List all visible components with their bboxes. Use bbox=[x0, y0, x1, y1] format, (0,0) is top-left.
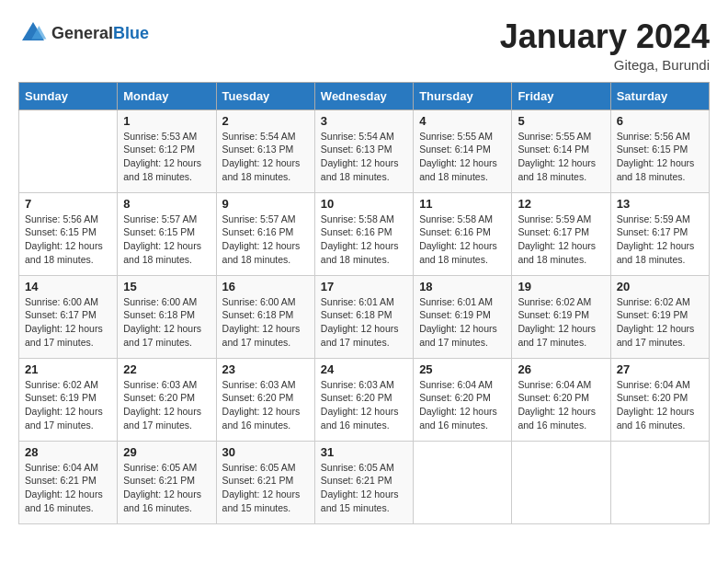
calendar-cell: 13Sunrise: 5:59 AMSunset: 6:17 PMDayligh… bbox=[610, 192, 709, 275]
calendar-cell: 7Sunrise: 5:56 AMSunset: 6:15 PMDaylight… bbox=[19, 192, 118, 275]
day-number: 20 bbox=[617, 280, 703, 293]
calendar-header-tuesday: Tuesday bbox=[216, 82, 314, 109]
day-detail: Sunrise: 5:59 AMSunset: 6:17 PMDaylight:… bbox=[617, 213, 703, 267]
day-detail: Sunrise: 5:56 AMSunset: 6:15 PMDaylight:… bbox=[617, 130, 703, 184]
day-detail: Sunrise: 6:04 AMSunset: 6:20 PMDaylight:… bbox=[419, 378, 506, 432]
calendar-cell: 14Sunrise: 6:00 AMSunset: 6:17 PMDayligh… bbox=[19, 275, 118, 358]
day-detail: Sunrise: 6:02 AMSunset: 6:19 PMDaylight:… bbox=[617, 295, 703, 350]
day-number: 21 bbox=[25, 362, 111, 376]
day-detail: Sunrise: 5:57 AMSunset: 6:15 PMDaylight:… bbox=[123, 213, 210, 267]
day-number: 29 bbox=[123, 445, 210, 459]
logo-text-general: General bbox=[51, 24, 113, 42]
calendar-cell: 11Sunrise: 5:58 AMSunset: 6:16 PMDayligh… bbox=[414, 192, 512, 275]
day-number: 27 bbox=[617, 362, 703, 376]
page-header: GeneralBlue January 2024 Gitega, Burundi bbox=[18, 18, 710, 73]
calendar-cell: 24Sunrise: 6:03 AMSunset: 6:20 PMDayligh… bbox=[314, 358, 413, 441]
day-number: 28 bbox=[25, 445, 111, 459]
calendar-cell: 27Sunrise: 6:04 AMSunset: 6:20 PMDayligh… bbox=[610, 358, 709, 441]
calendar-cell: 30Sunrise: 6:05 AMSunset: 6:21 PMDayligh… bbox=[216, 441, 314, 523]
calendar-header-wednesday: Wednesday bbox=[314, 82, 413, 109]
calendar-header-thursday: Thursday bbox=[414, 82, 512, 109]
day-detail: Sunrise: 6:05 AMSunset: 6:21 PMDaylight:… bbox=[222, 461, 309, 515]
calendar-cell: 17Sunrise: 6:01 AMSunset: 6:18 PMDayligh… bbox=[314, 275, 413, 358]
day-detail: Sunrise: 6:03 AMSunset: 6:20 PMDaylight:… bbox=[123, 378, 210, 432]
day-detail: Sunrise: 5:58 AMSunset: 6:16 PMDaylight:… bbox=[321, 213, 407, 267]
day-detail: Sunrise: 6:01 AMSunset: 6:19 PMDaylight:… bbox=[419, 295, 506, 350]
day-number: 22 bbox=[123, 362, 210, 376]
calendar-week-row: 7Sunrise: 5:56 AMSunset: 6:15 PMDaylight… bbox=[19, 192, 710, 275]
day-detail: Sunrise: 6:04 AMSunset: 6:20 PMDaylight:… bbox=[617, 378, 703, 432]
day-detail: Sunrise: 6:05 AMSunset: 6:21 PMDaylight:… bbox=[123, 461, 210, 515]
calendar-cell: 12Sunrise: 5:59 AMSunset: 6:17 PMDayligh… bbox=[512, 192, 610, 275]
calendar-cell bbox=[19, 109, 118, 192]
calendar-week-row: 1Sunrise: 5:53 AMSunset: 6:12 PMDaylight… bbox=[19, 109, 710, 192]
calendar-cell: 21Sunrise: 6:02 AMSunset: 6:19 PMDayligh… bbox=[19, 358, 118, 441]
day-detail: Sunrise: 6:01 AMSunset: 6:18 PMDaylight:… bbox=[321, 295, 407, 350]
day-detail: Sunrise: 5:57 AMSunset: 6:16 PMDaylight:… bbox=[222, 213, 309, 267]
day-detail: Sunrise: 6:04 AMSunset: 6:20 PMDaylight:… bbox=[518, 378, 604, 432]
day-number: 14 bbox=[25, 280, 111, 293]
day-number: 7 bbox=[25, 197, 111, 211]
calendar-cell: 10Sunrise: 5:58 AMSunset: 6:16 PMDayligh… bbox=[314, 192, 413, 275]
calendar-cell: 6Sunrise: 5:56 AMSunset: 6:15 PMDaylight… bbox=[610, 109, 709, 192]
calendar-week-row: 14Sunrise: 6:00 AMSunset: 6:17 PMDayligh… bbox=[19, 275, 710, 358]
day-detail: Sunrise: 6:00 AMSunset: 6:17 PMDaylight:… bbox=[25, 295, 111, 350]
calendar-header-friday: Friday bbox=[512, 82, 610, 109]
day-number: 6 bbox=[617, 114, 703, 128]
calendar-cell: 22Sunrise: 6:03 AMSunset: 6:20 PMDayligh… bbox=[118, 358, 216, 441]
calendar-cell: 28Sunrise: 6:04 AMSunset: 6:21 PMDayligh… bbox=[19, 441, 118, 523]
day-number: 5 bbox=[518, 114, 604, 128]
calendar-cell bbox=[414, 441, 512, 523]
day-detail: Sunrise: 5:55 AMSunset: 6:14 PMDaylight:… bbox=[518, 130, 604, 184]
day-number: 18 bbox=[419, 280, 506, 293]
day-number: 10 bbox=[321, 197, 407, 211]
day-number: 1 bbox=[123, 114, 210, 128]
calendar-cell: 5Sunrise: 5:55 AMSunset: 6:14 PMDaylight… bbox=[512, 109, 610, 192]
calendar-header-saturday: Saturday bbox=[610, 82, 709, 109]
day-detail: Sunrise: 6:03 AMSunset: 6:20 PMDaylight:… bbox=[222, 378, 309, 432]
logo: GeneralBlue bbox=[18, 18, 149, 48]
day-detail: Sunrise: 5:55 AMSunset: 6:14 PMDaylight:… bbox=[419, 130, 506, 184]
day-number: 9 bbox=[222, 197, 309, 211]
day-number: 13 bbox=[617, 197, 703, 211]
calendar-cell: 23Sunrise: 6:03 AMSunset: 6:20 PMDayligh… bbox=[216, 358, 314, 441]
day-detail: Sunrise: 5:54 AMSunset: 6:13 PMDaylight:… bbox=[222, 130, 309, 184]
day-detail: Sunrise: 6:02 AMSunset: 6:19 PMDaylight:… bbox=[518, 295, 604, 350]
day-number: 12 bbox=[518, 197, 604, 211]
day-detail: Sunrise: 6:00 AMSunset: 6:18 PMDaylight:… bbox=[222, 295, 309, 350]
day-detail: Sunrise: 5:58 AMSunset: 6:16 PMDaylight:… bbox=[419, 213, 506, 267]
day-detail: Sunrise: 5:54 AMSunset: 6:13 PMDaylight:… bbox=[321, 130, 407, 184]
calendar-cell bbox=[610, 441, 709, 523]
day-number: 16 bbox=[222, 280, 309, 293]
calendar-cell: 18Sunrise: 6:01 AMSunset: 6:19 PMDayligh… bbox=[414, 275, 512, 358]
day-number: 4 bbox=[419, 114, 506, 128]
day-number: 31 bbox=[321, 445, 407, 459]
day-detail: Sunrise: 6:03 AMSunset: 6:20 PMDaylight:… bbox=[321, 378, 407, 432]
calendar-cell: 3Sunrise: 5:54 AMSunset: 6:13 PMDaylight… bbox=[314, 109, 413, 192]
day-detail: Sunrise: 6:04 AMSunset: 6:21 PMDaylight:… bbox=[25, 461, 111, 515]
day-number: 8 bbox=[123, 197, 210, 211]
calendar-header-monday: Monday bbox=[118, 82, 216, 109]
title-block: January 2024 Gitega, Burundi bbox=[500, 18, 710, 73]
month-year: January 2024 bbox=[500, 18, 710, 55]
day-detail: Sunrise: 6:00 AMSunset: 6:18 PMDaylight:… bbox=[123, 295, 210, 350]
day-number: 2 bbox=[222, 114, 309, 128]
location: Gitega, Burundi bbox=[500, 57, 710, 73]
day-number: 23 bbox=[222, 362, 309, 376]
day-number: 17 bbox=[321, 280, 407, 293]
day-detail: Sunrise: 6:02 AMSunset: 6:19 PMDaylight:… bbox=[25, 378, 111, 432]
day-number: 15 bbox=[123, 280, 210, 293]
calendar-cell: 8Sunrise: 5:57 AMSunset: 6:15 PMDaylight… bbox=[118, 192, 216, 275]
day-number: 25 bbox=[419, 362, 506, 376]
logo-icon bbox=[18, 18, 48, 48]
day-number: 24 bbox=[321, 362, 407, 376]
day-detail: Sunrise: 5:59 AMSunset: 6:17 PMDaylight:… bbox=[518, 213, 604, 267]
day-number: 30 bbox=[222, 445, 309, 459]
logo-text-blue: Blue bbox=[113, 24, 149, 42]
calendar-header-sunday: Sunday bbox=[19, 82, 118, 109]
day-number: 11 bbox=[419, 197, 506, 211]
calendar-cell: 19Sunrise: 6:02 AMSunset: 6:19 PMDayligh… bbox=[512, 275, 610, 358]
calendar-cell: 2Sunrise: 5:54 AMSunset: 6:13 PMDaylight… bbox=[216, 109, 314, 192]
calendar-header-row: SundayMondayTuesdayWednesdayThursdayFrid… bbox=[19, 82, 710, 109]
calendar-cell: 26Sunrise: 6:04 AMSunset: 6:20 PMDayligh… bbox=[512, 358, 610, 441]
